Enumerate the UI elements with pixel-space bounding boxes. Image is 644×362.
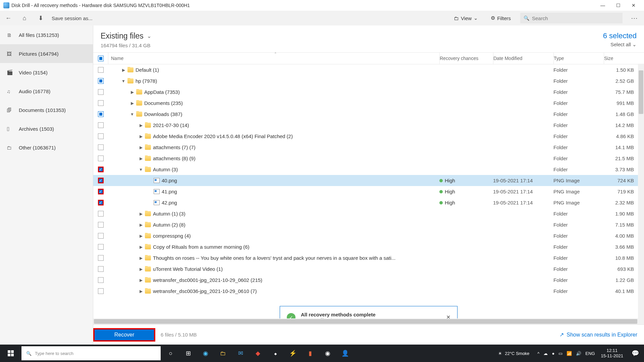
horizontal-scrollbar[interactable] (93, 318, 638, 324)
table-row[interactable]: ▶Default (1)Folder1.50 KB (93, 64, 644, 75)
table-row[interactable]: ▶attachments (8) (9)Folder21.5 MB (93, 153, 644, 164)
weather-widget[interactable]: ☀22°C Smoke (498, 351, 529, 356)
sidebar-item-all-files[interactable]: 🗎All files (1351253) (0, 25, 93, 44)
row-checkbox[interactable] (98, 222, 104, 228)
view-title[interactable]: Existing files (101, 32, 144, 41)
table-row[interactable]: ▼Downloads (387)Folder1.48 GB (93, 109, 644, 120)
expand-toggle[interactable]: ▶ (121, 68, 125, 72)
expand-toggle[interactable]: ▶ (139, 145, 143, 150)
maximize-button[interactable]: ☐ (610, 0, 626, 11)
disk-drill-icon[interactable]: 👤 (336, 345, 354, 362)
expand-toggle[interactable]: ▶ (139, 256, 143, 260)
table-row[interactable]: ▶Adobe Media Encoder 2020 v14.5.0.48 (x6… (93, 131, 644, 142)
dropbox-icon[interactable]: ⬥ (267, 345, 284, 362)
notifications-icon[interactable]: 💬 (627, 345, 644, 362)
table-row[interactable]: ▶Documents (235)Folder991 MB (93, 98, 644, 109)
close-button[interactable]: ✕ (626, 0, 641, 11)
row-checkbox[interactable] (98, 67, 104, 73)
table-row[interactable]: ▶AppData (7353)Folder75.7 MB (93, 86, 644, 98)
expand-toggle[interactable]: ▶ (130, 101, 134, 106)
search-input[interactable] (532, 15, 619, 21)
row-checkbox[interactable] (98, 133, 104, 139)
home-button[interactable]: ⌂ (19, 13, 30, 23)
table-row[interactable]: ▶wetransfer_dsc0001-jpg_2021-10-29_0602 … (93, 275, 644, 286)
minimize-button[interactable]: — (595, 0, 610, 11)
table-row[interactable]: ▶2021-07-30 (14)Folder14.2 MB (93, 120, 644, 131)
row-checkbox[interactable] (98, 111, 104, 117)
column-type[interactable]: Type (553, 53, 604, 64)
expand-toggle[interactable]: ▶ (139, 223, 143, 227)
row-checkbox[interactable] (98, 144, 104, 150)
row-checkbox[interactable] (98, 255, 104, 261)
column-recovery[interactable]: Recovery chances (439, 53, 493, 64)
table-row[interactable]: ▶attachments (7) (7)Folder14.1 MB (93, 142, 644, 153)
filters-button[interactable]: ⚙Filters (487, 13, 514, 23)
expand-toggle[interactable]: ▶ (139, 267, 143, 272)
save-session-button[interactable]: Save session as... (52, 15, 93, 21)
more-menu-button[interactable]: ⋯ (629, 14, 641, 22)
clock[interactable]: 12:11 15-11-2021 (598, 348, 627, 358)
table-row[interactable]: ▶compresspng (4)Folder4.00 MB (93, 230, 644, 241)
sidebar-item-video[interactable]: 🎬Video (3154) (0, 63, 93, 82)
table-row[interactable]: ▶wetransfer_dsc0036-jpg_2021-10-29_0610 … (93, 286, 644, 297)
row-checkbox[interactable]: ✓ (98, 178, 104, 183)
row-checkbox[interactable] (98, 78, 104, 84)
table-row[interactable]: ✓▼Autumn (3)Folder3.73 MB (93, 164, 644, 175)
row-checkbox[interactable] (98, 156, 104, 161)
table-row[interactable]: ✓40.pngHigh19-05-2021 17:14PNG Image724 … (93, 175, 644, 186)
start-button[interactable] (0, 345, 21, 362)
table-row[interactable]: ▶Thoughts on roses -- You buy white ones… (93, 252, 644, 263)
expand-toggle[interactable]: ▶ (139, 212, 143, 216)
expand-toggle[interactable]: ▶ (139, 234, 143, 238)
app-icon[interactable]: ◆ (249, 345, 267, 362)
row-checkbox[interactable] (98, 122, 104, 128)
table-row[interactable]: ✓41.pngHigh19-05-2021 17:14PNG Image719 … (93, 186, 644, 197)
task-view-icon[interactable]: ⊞ (179, 345, 197, 362)
view-dropdown[interactable]: 🗀View⌄ (450, 13, 481, 23)
row-checkbox[interactable] (98, 89, 104, 95)
sidebar-item-pictures[interactable]: 🖼Pictures (164794) (0, 44, 93, 63)
wifi-icon[interactable]: 📶 (567, 351, 572, 356)
table-row[interactable]: ▶uTorrent Web Tutorial Video (1)Folder69… (93, 263, 644, 275)
taskbar-search[interactable]: 🔍Type here to search (21, 346, 161, 360)
row-checkbox[interactable]: ✓ (98, 189, 104, 194)
select-all-checkbox[interactable] (98, 56, 104, 61)
expand-toggle[interactable]: ▼ (121, 79, 125, 83)
expand-toggle[interactable]: ▶ (130, 90, 134, 95)
cortana-icon[interactable]: ○ (162, 345, 179, 362)
language-indicator[interactable]: ENG (585, 351, 595, 356)
chevron-down-icon[interactable]: ⌄ (147, 33, 151, 39)
edge-icon[interactable]: ◉ (197, 345, 214, 362)
show-results-button[interactable]: ↗Show scan results in Explorer (559, 331, 637, 338)
sidebar-item-documents[interactable]: 🗐Documents (101353) (0, 101, 93, 119)
column-name[interactable]: Name⌃ (108, 53, 439, 64)
table-row[interactable]: ▶Autumn (1) (3)Folder1.90 MB (93, 208, 644, 219)
system-tray[interactable]: ^ ☁ ● ▭ 📶 🔊 ENG (535, 351, 597, 356)
row-checkbox[interactable] (98, 288, 104, 294)
table-row[interactable]: ▶Autumn (2) (8)Folder7.15 MB (93, 219, 644, 230)
office-icon[interactable]: ▮ (302, 345, 319, 362)
explorer-icon[interactable]: 🗀 (214, 345, 232, 362)
row-checkbox[interactable] (98, 100, 104, 106)
row-checkbox[interactable] (98, 211, 104, 217)
expand-toggle[interactable]: ▶ (139, 245, 143, 249)
expand-toggle[interactable]: ▶ (139, 134, 143, 139)
table-row[interactable]: ✓42.pngHigh19-05-2021 17:14PNG Image2.32… (93, 197, 644, 208)
expand-toggle[interactable]: ▶ (139, 156, 143, 161)
mail-icon[interactable]: ✉ (232, 345, 249, 362)
expand-toggle[interactable]: ▼ (130, 112, 134, 117)
sidebar-item-archives[interactable]: ▯Archives (1503) (0, 119, 93, 138)
row-checkbox[interactable] (98, 233, 104, 239)
vertical-scrollbar[interactable] (638, 64, 644, 324)
volume-icon[interactable]: 🔊 (576, 351, 581, 356)
chevron-up-icon[interactable]: ^ (537, 351, 539, 356)
row-checkbox[interactable] (98, 266, 104, 272)
chrome-icon[interactable]: ◉ (319, 345, 336, 362)
recover-button[interactable]: Recover (93, 328, 155, 342)
battery-icon[interactable]: ▭ (558, 351, 562, 356)
expand-toggle[interactable]: ▶ (139, 123, 143, 128)
sidebar-item-other[interactable]: 🗀Other (1063671) (0, 138, 93, 157)
row-checkbox[interactable]: ✓ (98, 200, 104, 205)
expand-toggle[interactable]: ▼ (139, 167, 143, 172)
search-box[interactable]: 🔍 (520, 13, 623, 23)
